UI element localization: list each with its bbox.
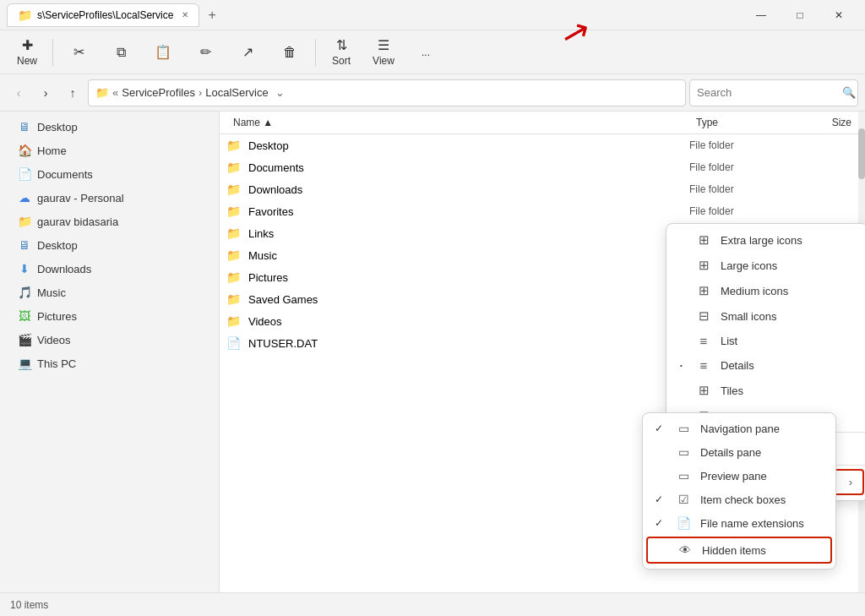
details-pane-icon: ▭ [675,445,692,459]
copy-icon: ⧉ [117,45,126,60]
show-file-extensions[interactable]: ✓ 📄 File name extensions [643,511,835,535]
file-item-icon: 📁 [226,183,243,196]
rename-button[interactable]: ✏ [185,41,226,63]
paste-icon: 📋 [155,44,171,60]
sidebar-item-home-label: Home [37,144,67,157]
scrollbar-thumb[interactable] [858,128,865,179]
file-item-name: Saved Games [248,293,689,306]
paste-button[interactable]: 📋 [143,41,183,63]
file-item-name: Documents [248,161,689,174]
nav-pane-label: Navigation pane [700,422,780,435]
forward-button[interactable]: › [34,81,57,105]
medium-label: Medium icons [721,285,788,297]
search-input[interactable] [697,86,839,99]
path-local-service: LocalService [205,86,268,99]
more-button[interactable]: ... [405,43,446,62]
medium-icon: ⊞ [695,283,712,298]
sidebar-item-videos[interactable]: 🎬 Videos [3,328,215,352]
toolbar-separator-2 [315,39,316,66]
path-dropdown-button[interactable]: ⌄ [275,86,285,99]
share-button[interactable]: ↗ [227,41,268,63]
close-button[interactable]: ✕ [819,0,858,30]
view-small[interactable]: ⊟ Small icons [666,303,865,329]
col-type-header[interactable]: Type [689,115,791,130]
col-name-header[interactable]: Name ▲ [226,115,689,130]
show-preview-pane[interactable]: ▭ Preview pane [643,464,835,488]
view-large[interactable]: ⊞ Large icons [666,253,865,278]
col-size-header[interactable]: Size [791,115,858,130]
preview-pane-icon: ▭ [675,469,692,482]
minimize-button[interactable]: — [742,0,781,30]
cut-button[interactable]: ✂ [58,41,99,63]
downloads-icon: ⬇ [17,262,32,275]
sidebar-item-desktop2[interactable]: 🖥 Desktop [3,233,215,257]
tab-label: s\ServiceProfiles\LocalService [37,9,173,21]
file-item-icon: 📁 [226,270,243,284]
file-item[interactable]: 📁 Desktop File folder [220,134,865,156]
hidden-items-icon: 👁 [677,543,694,557]
copy-button[interactable]: ⧉ [101,41,141,63]
show-nav-pane[interactable]: ✓ ▭ Navigation pane [643,417,835,440]
show-details-pane[interactable]: ▭ Details pane [643,440,835,464]
sidebar-item-music[interactable]: 🎵 Music [3,281,215,304]
sidebar-item-documents[interactable]: 📄 Documents [3,162,215,186]
col-size-label: Size [832,117,851,128]
delete-button[interactable]: 🗑 [269,41,310,63]
address-path[interactable]: 📁 « ServiceProfiles › LocalService ⌄ [88,79,686,106]
item-count: 10 items [10,599,48,611]
search-box[interactable]: 🔍 [689,79,858,106]
show-submenu: ✓ ▭ Navigation pane ▭ Details pane ▭ Pre… [642,412,836,570]
sidebar-item-gaurav-bidasaria-label: gaurav bidasaria [37,215,118,228]
sidebar-item-gaurav-personal[interactable]: ☁ gaurav - Personal [3,186,215,210]
view-medium[interactable]: ⊞ Medium icons [666,278,865,303]
path-service-profiles: ServiceProfiles [122,86,195,99]
toolbar: ✚ New ✂ ⧉ 📋 ✏ ↗ 🗑 ⇅ Sort ☰ View ... [0,30,865,74]
view-extra-large[interactable]: ⊞ Extra large icons [666,227,865,253]
item-check-boxes-icon: ☑ [675,493,692,506]
sidebar-item-pictures[interactable]: 🖼 Pictures [3,304,215,328]
file-item[interactable]: 📁 Documents File folder [220,156,865,178]
file-item-name: Links [248,227,689,240]
sidebar-item-downloads[interactable]: ⬇ Downloads [3,257,215,281]
view-button[interactable]: ☰ View [363,34,404,70]
desktop2-icon: 🖥 [17,238,32,252]
file-item-name: Pictures [248,271,689,284]
sidebar-item-desktop[interactable]: 🖥 Desktop [3,115,215,139]
sidebar-item-thispc[interactable]: 💻 This PC [3,352,215,375]
nav-pane-check: ✓ [655,422,666,434]
show-item-check-boxes[interactable]: ✓ ☑ Item check boxes [643,488,835,511]
bullet-details: • [680,362,687,369]
sidebar: 🖥 Desktop 🏠 Home 📄 Documents ☁ gaurav - … [0,112,220,592]
file-item-name: Desktop [248,139,689,152]
file-item-name: Favorites [248,205,689,218]
back-button[interactable]: ‹ [7,81,30,105]
tab-area: 📁 s\ServiceProfiles\LocalService ✕ + [7,3,742,27]
desktop-icon: 🖥 [17,120,32,134]
large-label: Large icons [721,259,777,272]
item-check-boxes-label: Item check boxes [700,493,786,506]
sort-button[interactable]: ⇅ Sort [321,34,362,70]
file-item[interactable]: 📁 Favorites File folder [220,200,865,222]
sidebar-item-home[interactable]: 🏠 Home [3,139,215,162]
view-icon: ☰ [378,37,389,53]
file-list-header: Name ▲ Type Size [220,112,865,134]
show-hidden-items[interactable]: 👁 Hidden items [646,537,832,564]
list-label: List [721,335,737,347]
path-separator-1: « [112,86,118,99]
new-button[interactable]: ✚ New [7,34,47,70]
view-tiles[interactable]: ⊞ Tiles [666,378,865,403]
tab-close-button[interactable]: ✕ [182,10,188,19]
address-bar: ‹ › ↑ 📁 « ServiceProfiles › LocalService… [0,74,865,112]
view-list[interactable]: ≡ List [666,329,865,353]
view-details[interactable]: • ≡ Details [666,353,865,378]
maximize-button[interactable]: □ [781,0,819,30]
item-check-boxes-check: ✓ [655,493,666,505]
show-arrow-icon: › [849,476,852,488]
new-tab-button[interactable]: + [203,6,220,25]
sidebar-item-gaurav-bidasaria[interactable]: 📁 gaurav bidasaria [3,210,215,233]
active-tab[interactable]: 📁 s\ServiceProfiles\LocalService ✕ [7,3,199,27]
up-button[interactable]: ↑ [61,81,84,105]
list-icon: ≡ [695,334,712,348]
col-name-label: Name [233,117,260,128]
file-item[interactable]: 📁 Downloads File folder [220,178,865,200]
